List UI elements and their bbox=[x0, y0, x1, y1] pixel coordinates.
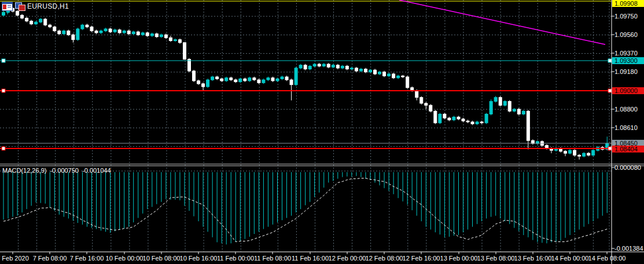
candle-body bbox=[322, 64, 325, 66]
red-line-1-price-badge: 1.09000 bbox=[612, 87, 644, 94]
time-axis-label: 11 Feb 16:00 bbox=[292, 255, 329, 262]
candle-body bbox=[95, 31, 98, 32]
candle-body bbox=[318, 64, 321, 66]
candle-body bbox=[137, 32, 139, 35]
candle-body bbox=[248, 78, 251, 81]
candle-body bbox=[253, 78, 256, 80]
time-axis-label: 10 Feb 08:00 bbox=[143, 255, 181, 262]
candle-body bbox=[295, 68, 297, 85]
candle-body bbox=[257, 80, 260, 83]
candle-body bbox=[494, 98, 497, 102]
mt4-chart-window: EURUSD,H1 MACD(12,26,9)-0.000750-0.00104… bbox=[0, 0, 644, 264]
candle-body bbox=[141, 33, 144, 35]
candle-body bbox=[569, 150, 572, 153]
candle-body bbox=[267, 78, 270, 80]
candle-body bbox=[285, 77, 288, 80]
price-tick-label: 1.08800 bbox=[614, 106, 638, 113]
candle-body bbox=[383, 72, 386, 76]
price-tick-label: 1.09560 bbox=[614, 31, 638, 38]
candle-body bbox=[230, 78, 233, 80]
candle-body bbox=[443, 114, 446, 118]
candle-body bbox=[62, 31, 65, 34]
time-axis-label: 11 Feb 00:00 bbox=[217, 255, 254, 262]
candle-body bbox=[527, 111, 529, 140]
candle-body bbox=[127, 31, 130, 34]
candle-body bbox=[104, 29, 107, 31]
candle-body bbox=[578, 155, 581, 157]
candle-body bbox=[420, 98, 423, 103]
candle-body bbox=[202, 84, 205, 87]
line-selection-handle[interactable] bbox=[2, 147, 5, 150]
candle-body bbox=[113, 30, 116, 32]
candle-body bbox=[21, 15, 24, 18]
candle-body bbox=[503, 101, 506, 105]
candle-body bbox=[439, 114, 441, 122]
chart-plot-area[interactable] bbox=[0, 0, 644, 264]
candle-body bbox=[183, 43, 186, 60]
line-selection-handle[interactable] bbox=[608, 59, 612, 62]
line-selection-handle[interactable] bbox=[2, 59, 5, 62]
candle-body bbox=[262, 80, 265, 83]
macd-scale-top-label: 0.000080 bbox=[614, 164, 641, 171]
candle-body bbox=[499, 98, 502, 106]
candle-body bbox=[388, 74, 391, 76]
candle-body bbox=[169, 38, 172, 40]
candle-body bbox=[350, 68, 353, 69]
candle-body bbox=[508, 101, 511, 111]
macd-name: MACD(12,26,9) bbox=[2, 167, 46, 174]
candle-body bbox=[44, 19, 47, 25]
candle-body bbox=[132, 32, 135, 34]
candle-body bbox=[402, 76, 404, 77]
candle-body bbox=[429, 105, 432, 111]
candle-body bbox=[490, 101, 492, 114]
candle-body bbox=[30, 21, 33, 24]
time-axis-label: 11 Feb 08:00 bbox=[254, 255, 291, 262]
time-axis-label: 14 Feb 08:00 bbox=[588, 255, 626, 262]
candle-body bbox=[49, 25, 51, 27]
macd-indicator-label: MACD(12,26,9)-0.000750-0.001044 bbox=[2, 167, 111, 174]
line-selection-handle[interactable] bbox=[2, 89, 5, 92]
price-tick-label: 1.09180 bbox=[614, 68, 638, 75]
candle-body bbox=[35, 22, 38, 24]
cyan-line-price-badge: 1.09300 bbox=[612, 57, 644, 64]
candle-body bbox=[462, 119, 465, 121]
candle-body bbox=[53, 27, 56, 31]
time-axis-label: 13 Feb 08:00 bbox=[477, 255, 515, 262]
candle-body bbox=[466, 121, 469, 122]
candle-body bbox=[16, 12, 19, 16]
candle-body bbox=[364, 69, 367, 72]
line-selection-handle[interactable] bbox=[608, 147, 612, 150]
candle-body bbox=[58, 31, 61, 34]
candle-body bbox=[476, 122, 479, 124]
candle-body bbox=[178, 40, 181, 43]
candle-body bbox=[397, 76, 400, 77]
candle-body bbox=[76, 29, 79, 40]
time-axis-label: 10 Feb 16:00 bbox=[180, 255, 218, 262]
candle-body bbox=[592, 150, 595, 155]
time-axis-label: 7 Feb 2020 bbox=[0, 255, 29, 262]
candle-body bbox=[118, 30, 121, 33]
candle-body bbox=[211, 77, 214, 80]
candle-body bbox=[425, 103, 428, 105]
candle-body bbox=[290, 80, 293, 84]
candle-body bbox=[359, 69, 362, 71]
candle-body bbox=[299, 65, 302, 68]
line-selection-handle[interactable] bbox=[608, 89, 612, 92]
candle-body bbox=[406, 77, 409, 88]
candle-body bbox=[308, 66, 311, 69]
candle-body bbox=[583, 153, 586, 156]
time-axis-label: 10 Feb 00:00 bbox=[106, 255, 143, 262]
candle-body bbox=[220, 79, 223, 80]
candle-body bbox=[197, 81, 200, 84]
red-line-2-price-badge: 1.08404 bbox=[612, 146, 644, 153]
macd-scale-bottom-label: -0.001384 bbox=[614, 245, 643, 252]
candle-body bbox=[485, 114, 488, 122]
overlapping-windows-icon bbox=[15, 2, 25, 10]
price-tick-label: 1.08610 bbox=[614, 124, 638, 131]
candle-body bbox=[517, 109, 520, 114]
candle-body bbox=[341, 66, 344, 68]
candle-body bbox=[164, 35, 167, 38]
candle-body bbox=[109, 29, 112, 32]
candle-body bbox=[355, 68, 358, 71]
candle-body bbox=[378, 72, 381, 74]
